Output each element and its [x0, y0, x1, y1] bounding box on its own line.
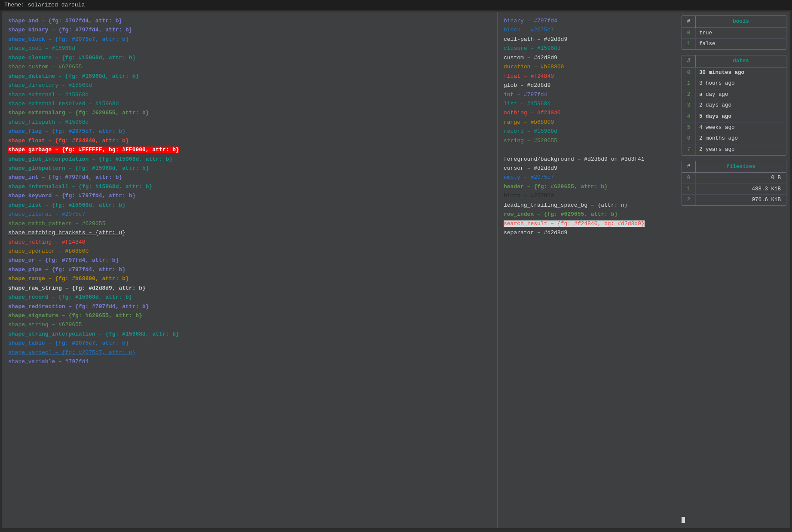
dates-index-1: 1 — [682, 78, 696, 89]
list-item: float – #f24840 — [504, 72, 672, 81]
list-item: glob – #d2d8d9 — [504, 81, 672, 90]
dates-row-6: 6 2 months ago — [682, 133, 786, 144]
col-types: binary – #797fd4block – #2075c7cell-path… — [498, 12, 678, 528]
bools-hash-header: # — [682, 16, 696, 28]
dates-val-5: 4 weeks ago — [696, 122, 786, 133]
list-item: shape_match_pattern – #629655 — [8, 219, 491, 228]
dates-title: dates — [696, 55, 786, 67]
list-item: list – #15968d — [504, 99, 672, 108]
list-item: duration – #b68800 — [504, 62, 672, 71]
list-item: shape_externalarg – {fg: #629655, attr: … — [8, 108, 491, 117]
filesizes-val-1: 488.3 KiB — [696, 184, 786, 195]
list-item: block – #2075c7 — [504, 25, 672, 34]
list-item: shape_operator – #b68800 — [8, 247, 491, 256]
dates-index-7: 7 — [682, 144, 696, 155]
list-item: separator – #d2d8d9 — [504, 228, 672, 237]
list-item: shape_string – #629655 — [8, 320, 491, 329]
bools-index-0: 0 — [682, 28, 696, 39]
filesizes-table: # filesizes 0 0 B 1 488.3 KiB 2 976.6 Ki… — [682, 161, 786, 206]
list-item: shape_external – #15968d — [8, 90, 491, 99]
dates-row-3: 3 2 days ago — [682, 100, 786, 111]
filesizes-val-2: 976.6 KiB — [696, 195, 786, 205]
bools-row-1: 1 false — [682, 39, 786, 49]
main-container: shape_and – {fg: #797fd4, attr: b}shape_… — [2, 12, 790, 528]
list-item: shape_range – {fg: #b68800, attr: b} — [8, 274, 491, 283]
list-item: shape_custom – #629655 — [8, 62, 491, 71]
bools-table-header: # bools — [682, 16, 786, 28]
list-item: shape_glob_interpolation – {fg: #15968d,… — [8, 155, 491, 164]
dates-val-0: 30 minutes ago — [696, 67, 786, 78]
bools-row-0: 0 true — [682, 28, 786, 39]
filesizes-row-0: 0 0 B — [682, 173, 786, 184]
theme-label: Theme: — [4, 2, 24, 8]
list-item: cell-path – #d2d8d9 — [504, 35, 672, 44]
list-item: shape_pipe – {fg: #797fd4, attr: b} — [8, 265, 491, 274]
dates-row-4: 4 5 days ago — [682, 111, 786, 122]
dates-index-3: 3 — [682, 100, 696, 111]
dates-val-7: 2 years ago — [696, 144, 786, 155]
list-item: shape_directory – #15968d — [8, 81, 491, 90]
list-item: shape_bool – #15968d — [8, 44, 491, 53]
list-item: shape_nothing – #f24840 — [8, 238, 491, 247]
dates-index-2: 2 — [682, 89, 696, 100]
dates-val-4: 5 days ago — [696, 111, 786, 122]
list-item: shape_string_interpolation – {fg: #15968… — [8, 330, 491, 339]
filesizes-row-1: 1 488.3 KiB — [682, 184, 786, 195]
list-item: shape_variable – #797fd4 — [8, 357, 491, 366]
dates-row-7: 7 2 years ago — [682, 144, 786, 155]
dates-val-2: a day ago — [696, 89, 786, 100]
list-item: shape_internalcall – {fg: #15968d, attr:… — [8, 182, 491, 191]
list-item: custom – #d2d8d9 — [504, 53, 672, 62]
filesizes-hash-header: # — [682, 161, 696, 173]
list-item: hints – #25292a — [504, 191, 672, 200]
dates-index-5: 5 — [682, 122, 696, 133]
list-item: shape_matching_brackets – {attr: u} — [8, 228, 491, 237]
list-item: search_result – {fg: #f24840, bg: #d2d8d… — [504, 219, 672, 228]
filesizes-row-2: 2 976.6 KiB — [682, 195, 786, 205]
dates-index-0: 0 — [682, 67, 696, 78]
list-item: header – {fg: #629655, attr: b} — [504, 182, 672, 191]
theme-name: solarized-darcula — [28, 2, 85, 8]
dates-index-6: 6 — [682, 133, 696, 144]
dates-val-1: 3 hours ago — [696, 78, 786, 89]
list-item: shape_record – {fg: #15968d, attr: b} — [8, 293, 491, 302]
dates-index-4: 4 — [682, 111, 696, 122]
theme-bar: Theme: solarized-darcula — [0, 0, 792, 10]
list-item: shape_datetime – {fg: #15968d, attr: b} — [8, 72, 491, 81]
list-item: foreground/background – #d2d8d9 on #3d3f… — [504, 155, 672, 164]
dates-row-2: 2 a day ago — [682, 89, 786, 101]
list-item: shape_block – {fg: #2075c7, attr: b} — [8, 35, 491, 44]
list-item: shape_literal – #2075c7 — [8, 210, 491, 219]
dates-table: # dates 0 30 minutes ago 1 3 hours ago 2… — [682, 55, 786, 156]
list-item: shape_or – {fg: #797fd4, attr: b} — [8, 256, 491, 265]
filesizes-val-0: 0 B — [696, 173, 786, 183]
bools-val-0: true — [696, 28, 786, 39]
list-item: shape_list – {fg: #15968d, attr: b} — [8, 201, 491, 210]
list-item: string – #629655 — [504, 136, 672, 145]
dates-hash-header: # — [682, 55, 696, 67]
list-item: cursor – #d2d8d9 — [504, 164, 672, 173]
dates-val-6: 2 months ago — [696, 133, 786, 144]
list-item: range – #b68800 — [504, 118, 672, 127]
list-item: shape_flag – {fg: #2075c7, attr: b} — [8, 127, 491, 136]
list-item: int – #797fd4 — [504, 90, 672, 99]
list-item: shape_external_resolved – #15968d — [8, 99, 491, 108]
list-item: shape_raw_string – {fg: #d2d8d9, attr: b… — [8, 284, 491, 293]
dates-row-0: 0 30 minutes ago — [682, 67, 786, 79]
dates-table-header: # dates — [682, 55, 786, 67]
bools-title: bools — [696, 16, 786, 28]
list-item: nothing – #f24840 — [504, 108, 672, 117]
list-item: shape_int – {fg: #797fd4, attr: b} — [8, 173, 491, 182]
bools-val-1: false — [696, 39, 786, 49]
col-shapes: shape_and – {fg: #797fd4, attr: b}shape_… — [2, 12, 498, 528]
list-item: shape_and – {fg: #797fd4, attr: b} — [8, 16, 491, 25]
list-item: shape_signature – {fg: #629655, attr: b} — [8, 311, 491, 320]
list-item: row_index – {fg: #629655, attr: b} — [504, 210, 672, 219]
list-item: shape_vardecl – {fg: #2075c7, attr: u} — [8, 348, 491, 357]
dates-row-1: 1 3 hours ago — [682, 78, 786, 89]
list-item: shape_redirection – {fg: #797fd4, attr: … — [8, 302, 491, 311]
filesizes-table-header: # filesizes — [682, 161, 786, 173]
bools-index-1: 1 — [682, 39, 696, 49]
list-item: shape_globpattern – {fg: #15968d, attr: … — [8, 164, 491, 173]
col-tables: # bools 0 true 1 false # dates 0 30 minu… — [678, 12, 790, 528]
